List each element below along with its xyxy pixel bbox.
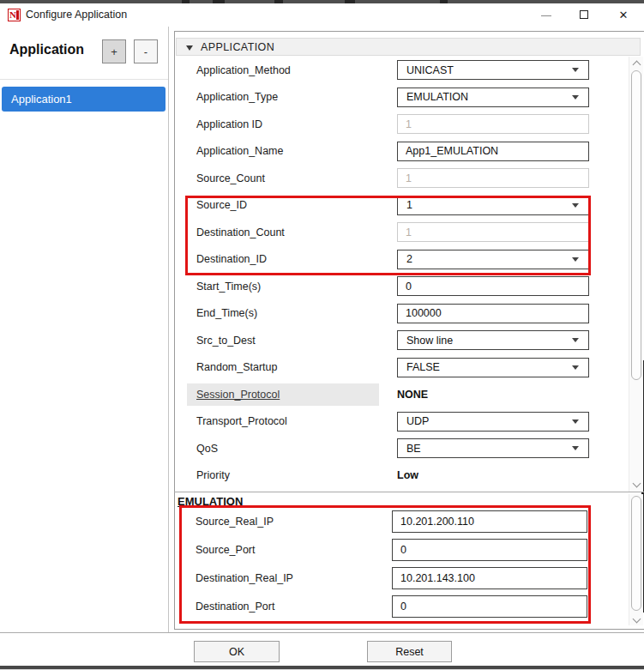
application-name-input[interactable] <box>397 142 589 161</box>
destination-count-input <box>397 222 589 242</box>
chevron-down-icon <box>572 420 579 424</box>
close-button[interactable]: ✕ <box>609 3 638 27</box>
panel-divider <box>168 27 169 632</box>
src-to-dest-dropdown[interactable]: Show line <box>397 330 589 350</box>
destination-id-dropdown[interactable]: 2 <box>397 250 589 269</box>
property-row-destination-port: Destination_Port <box>176 592 629 620</box>
close-icon: ✕ <box>619 9 629 21</box>
reset-button[interactable]: Reset <box>367 641 452 662</box>
random-startup-dropdown[interactable]: FALSE <box>397 358 589 377</box>
dropdown-value: FALSE <box>406 361 440 373</box>
chevron-down-icon <box>572 446 579 450</box>
property-label: Application_Type <box>196 91 278 103</box>
end-time-input[interactable] <box>397 304 589 323</box>
emulation-rows: Source_Real_IP Source_Port Destination_R… <box>176 507 629 620</box>
applications-panel-title: Application <box>9 42 84 57</box>
emulation-scrollbar[interactable] <box>629 494 643 625</box>
property-row-end-time: End_Time(s) <box>176 300 629 328</box>
scrollbar-thumb[interactable] <box>631 496 641 611</box>
property-row-priority: Priority Low <box>176 462 629 490</box>
session-protocol-value: NONE <box>397 389 428 401</box>
property-label: Application_Method <box>196 64 291 76</box>
dropdown-value: UNICAST <box>406 64 454 76</box>
property-row-start-time: Start_Time(s) <box>176 273 629 300</box>
qos-dropdown[interactable]: BE <box>397 438 589 458</box>
application-method-dropdown[interactable]: UNICAST <box>397 60 589 80</box>
properties-panel-border <box>174 629 644 630</box>
property-label: Application_Name <box>196 145 283 157</box>
emulation-section-title: EMULATION <box>178 495 243 508</box>
chevron-down-icon <box>572 203 579 208</box>
property-row-application-name: Application_Name <box>176 138 629 166</box>
property-label: Source_Port <box>196 544 255 556</box>
destination-real-ip-input[interactable] <box>392 567 587 589</box>
scroll-up-icon[interactable] <box>634 62 640 68</box>
transport-protocol-dropdown[interactable]: UDP <box>397 412 589 432</box>
source-real-ip-input[interactable] <box>392 510 587 533</box>
dropdown-value: UDP <box>406 415 429 427</box>
property-label: Destination_Port <box>196 601 274 613</box>
property-label: Start_Time(s) <box>196 281 261 293</box>
properties-scrollbar[interactable] <box>629 57 643 492</box>
application-section-header[interactable]: APPLICATION <box>176 38 641 56</box>
destination-port-input[interactable] <box>392 595 587 618</box>
background-app-edge-bottom <box>0 666 644 670</box>
ok-button[interactable]: OK <box>194 641 280 662</box>
property-label: Destination_Real_IP <box>196 572 293 584</box>
minimize-button[interactable] <box>532 3 561 27</box>
property-label: Application ID <box>196 118 262 130</box>
source-id-dropdown[interactable]: 1 <box>397 196 589 215</box>
property-label: End_Time(s) <box>196 307 257 319</box>
maximize-button[interactable] <box>570 3 599 27</box>
source-port-input[interactable] <box>392 539 587 561</box>
property-label: Destination_Count <box>196 226 285 238</box>
minimize-icon <box>541 15 551 16</box>
netsim-logo-letter: N <box>9 9 16 21</box>
scroll-down-icon[interactable] <box>634 480 640 486</box>
property-row-source-port: Source_Port <box>176 535 629 564</box>
property-row-src-to-dest: Src_to_Dest Show line <box>176 327 629 354</box>
property-label: Source_Real_IP <box>196 516 274 528</box>
dropdown-value: EMULATION <box>406 91 468 103</box>
property-label: Priority <box>196 469 230 481</box>
chevron-down-icon <box>572 338 579 342</box>
application-type-dropdown[interactable]: EMULATION <box>397 88 589 107</box>
chevron-down-icon <box>572 95 579 100</box>
application-section-title: APPLICATION <box>201 41 274 53</box>
property-row-random-startup: Random_Startup FALSE <box>176 354 629 382</box>
dropdown-value: 1 <box>406 199 412 211</box>
chevron-down-icon <box>572 68 579 72</box>
scroll-down-icon[interactable] <box>634 616 640 622</box>
properties-list: Application_Method UNICAST Application_T… <box>176 57 629 489</box>
session-protocol-link[interactable]: Session_Protocol <box>187 383 379 406</box>
property-row-source-count: Source_Count <box>176 165 629 192</box>
property-label: Random_Startup <box>196 361 278 373</box>
property-label: Src_to_Dest <box>196 335 256 347</box>
add-application-button[interactable]: + <box>102 39 126 63</box>
property-label: Source_ID <box>196 199 247 211</box>
application-list-divider <box>0 79 168 80</box>
start-time-input[interactable] <box>397 276 589 296</box>
property-label: QoS <box>196 443 218 455</box>
remove-application-button[interactable]: - <box>134 39 158 63</box>
maximize-icon <box>580 10 588 19</box>
section-divider <box>174 492 644 492</box>
window-title: Configure Application <box>26 9 127 21</box>
chevron-down-icon <box>572 257 579 262</box>
property-label: Destination_ID <box>196 253 267 265</box>
property-row-application-id: Application ID <box>176 111 629 138</box>
property-row-destination-count: Destination_Count <box>176 219 629 246</box>
property-row-application-method: Application_Method UNICAST <box>176 57 629 84</box>
netsim-logo-icon: N <box>8 9 21 21</box>
property-row-source-id: Source_ID 1 <box>176 192 629 220</box>
priority-value: Low <box>397 469 418 481</box>
property-row-qos: QoS BE <box>176 435 629 462</box>
property-row-application-type: Application_Type EMULATION <box>176 84 629 112</box>
configure-application-dialog: N Configure Application ✕ Application + … <box>0 0 644 670</box>
collapse-triangle-icon <box>186 45 193 51</box>
scrollbar-thumb[interactable] <box>631 70 641 380</box>
application-list-item-selected[interactable]: Application1 <box>2 87 166 112</box>
source-count-input <box>397 168 589 188</box>
properties-panel-border <box>174 31 175 629</box>
property-row-destination-id: Destination_ID 2 <box>176 246 629 274</box>
